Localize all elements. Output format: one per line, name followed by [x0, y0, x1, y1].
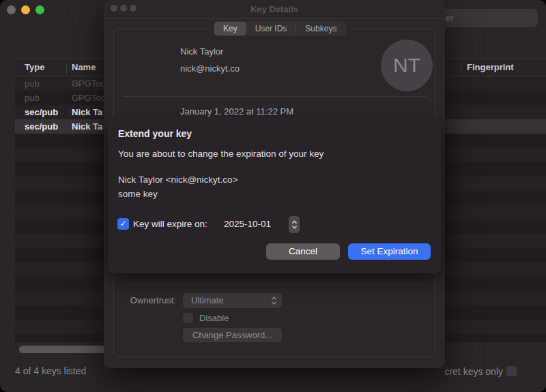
- expire-date-field[interactable]: 2025-10-01: [224, 219, 271, 229]
- column-header-name[interactable]: Name: [72, 62, 96, 72]
- updown-chevron-icon: [271, 296, 277, 305]
- extend-key-sheet: Extend your key You are about to change …: [108, 117, 441, 273]
- avatar: NT: [381, 40, 433, 91]
- change-password-button[interactable]: Change Password...: [183, 328, 282, 342]
- sheet-message: You are about to change the expiration o…: [118, 149, 324, 159]
- cancel-button[interactable]: Cancel: [266, 243, 340, 260]
- column-header-type[interactable]: Type: [25, 62, 44, 72]
- date-stepper[interactable]: [289, 216, 300, 233]
- tab-subkeys[interactable]: Subkeys: [296, 22, 345, 35]
- secret-keys-only-label: cret keys only: [444, 366, 503, 377]
- zoom-button-icon[interactable]: [35, 5, 44, 14]
- tab-user-ids[interactable]: User IDs: [246, 22, 296, 35]
- divider: [123, 96, 426, 97]
- checkmark-icon: ✓: [119, 218, 126, 230]
- expire-checkbox-label[interactable]: Key will expire on:: [133, 219, 207, 229]
- column-separator[interactable]: [66, 63, 67, 74]
- column-header-fingerprint[interactable]: Fingerprint: [467, 62, 514, 72]
- expire-checkbox[interactable]: ✓: [117, 218, 129, 230]
- sheet-key-uid: Nick Taylor <nick@nickyt.co>: [118, 175, 238, 185]
- key-details-titlebar: Key Details: [104, 0, 445, 19]
- disable-checkbox[interactable]: [183, 313, 193, 323]
- ownertrust-select[interactable]: Ultimate: [183, 293, 282, 308]
- set-expiration-button[interactable]: Set Expiration: [348, 243, 431, 260]
- divider: [123, 283, 426, 284]
- secret-keys-only-checkbox[interactable]: [506, 366, 517, 376]
- disable-label: Disable: [199, 313, 229, 323]
- ownertrust-label: Ownertrust:: [130, 295, 176, 305]
- search-input-text: er: [446, 13, 454, 23]
- chevron-down-icon: [291, 225, 298, 229]
- tab-bar: Key User IDs Subkeys: [214, 21, 346, 36]
- window-title: Key Details: [104, 4, 445, 14]
- sheet-key-comment: some key: [118, 189, 158, 199]
- status-keys-listed: 4 of 4 keys listed: [15, 365, 86, 376]
- sheet-title: Extend your key: [118, 128, 192, 139]
- minimize-button-icon[interactable]: [21, 5, 30, 14]
- close-button-icon[interactable]: [7, 5, 16, 14]
- chevron-up-icon: [291, 220, 298, 224]
- column-separator[interactable]: [461, 63, 461, 74]
- tab-key[interactable]: Key: [214, 22, 246, 35]
